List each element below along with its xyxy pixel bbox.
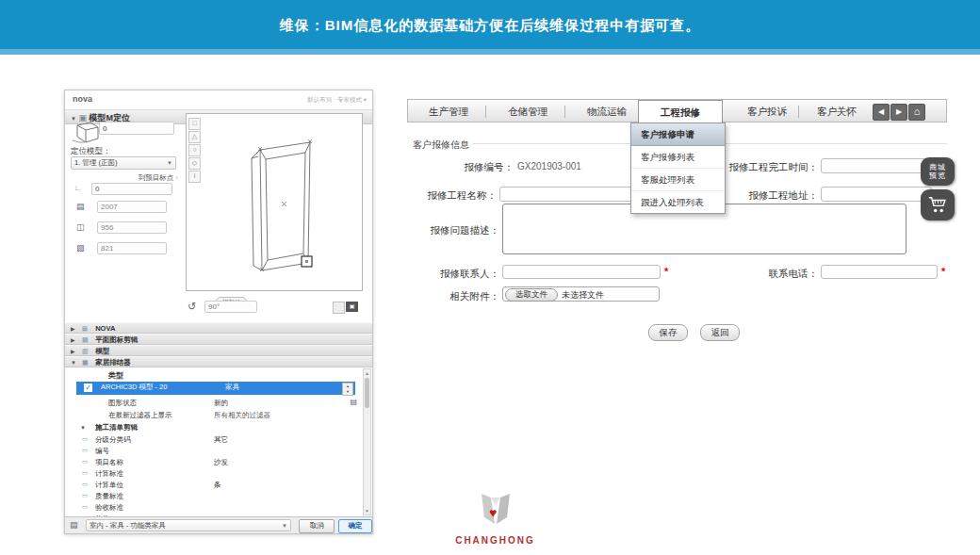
offset-icon: ∟ <box>74 184 82 192</box>
category-dropdown[interactable]: ▼ 室内 - 家具 - 功能类家具 <box>86 519 291 531</box>
property-list: 类型 ✓ ARCHIC3D 模型 - 20 家具 ▲▼ 图形状态 新的 ▤ 在最… <box>65 367 372 516</box>
width-dim-icon: ◫ <box>76 222 85 232</box>
checkbox-checked-icon[interactable]: ✓ <box>84 384 92 392</box>
ok-button[interactable]: 确定 <box>338 519 372 533</box>
anchor-point-link[interactable]: 到预目标点 ▫ <box>99 173 178 183</box>
cart-badge[interactable] <box>921 189 955 220</box>
banner-text: 维保：BIM信息化的数据基础方便在后续维保过程中有据可查。 <box>0 17 980 35</box>
prop-label: 计算标准 <box>95 469 123 479</box>
project-addr-label: 报修工程地址： <box>734 189 818 203</box>
subsection-label: 施工清单剪辑 <box>95 423 138 432</box>
anchor-point-icon: ▫ <box>175 173 178 182</box>
graphic-state-label: 图形状态 <box>108 399 137 408</box>
arrow-right-icon: ▶ <box>896 107 902 116</box>
project-name-label: 报修工程名称： <box>413 189 497 203</box>
contact-label: 报修联系人： <box>416 268 499 281</box>
rotation-input[interactable] <box>99 122 174 135</box>
prop-label: 质量标准 <box>95 492 123 501</box>
subsection-header[interactable]: ▼ 施工清单剪辑 <box>80 423 138 433</box>
nav-home-button[interactable]: ⌂ <box>908 104 925 121</box>
tab-complaints[interactable]: 客户投诉 <box>734 100 800 123</box>
menu-item-repair-list[interactable]: 客户报修列表 <box>631 146 725 169</box>
phone-input[interactable] <box>821 265 938 279</box>
back-button[interactable]: 返回 <box>700 324 740 341</box>
nav-back-button[interactable]: ◀ <box>873 104 890 121</box>
rotate-icon[interactable]: ↺ <box>188 301 196 313</box>
graphic-state-value[interactable]: 新的 <box>214 399 228 408</box>
section-nova-label: NOVA <box>95 324 115 333</box>
prop-value: 沙发 <box>214 458 228 467</box>
depth-dim-input[interactable] <box>97 242 167 254</box>
navigator-icon: ▤ <box>70 520 78 530</box>
nav-forward-button[interactable]: ▶ <box>890 104 907 121</box>
layer-state-icon[interactable]: ▤ <box>350 398 357 406</box>
cart-icon <box>927 194 948 215</box>
arrow-left-icon: ◀ <box>878 107 884 116</box>
offset-input[interactable] <box>91 183 172 195</box>
filter-display-label: 在最新过滤器上显示 <box>108 411 172 420</box>
required-mark: * <box>941 266 945 277</box>
section-model-label: 模型 <box>95 347 109 355</box>
view-option-button[interactable] <box>333 302 345 314</box>
filter-display-value[interactable]: 所有相关的过滤器 <box>214 411 270 420</box>
section-furnishing-label: 家居排结器 <box>95 358 131 367</box>
prop-label: 分级分类码 <box>95 435 131 445</box>
width-dim-input[interactable] <box>97 221 167 234</box>
mall-preview-badge[interactable]: 商城预览 <box>921 157 955 186</box>
menu-item-followup-list[interactable]: 跟进入处理列表 <box>631 191 725 213</box>
tab-logistics[interactable]: 物流运输 <box>574 100 640 123</box>
finish-time-input[interactable] <box>821 158 932 173</box>
heart-icon: ♥ <box>489 505 497 520</box>
depth-dim-icon: ▧ <box>76 243 85 253</box>
save-button[interactable]: 保存 <box>648 324 688 341</box>
section-model[interactable]: ▶ ▥ 模型 <box>65 345 372 356</box>
menu-item-service-list[interactable]: 客服处理列表 <box>631 169 725 191</box>
phone-label: 联系电话： <box>734 268 818 281</box>
section-icon: ⊞ <box>82 323 93 334</box>
choose-file-button[interactable]: 选取文件 <box>505 288 558 302</box>
cad-window-title: nova <box>73 94 92 104</box>
contact-input[interactable] <box>502 265 661 279</box>
section-furnishing[interactable]: ▼ ▦ 家居排结器 <box>65 356 372 367</box>
locate-model-value: 1. 管理 (正面) <box>74 158 117 167</box>
section-icon: ▤ <box>82 335 93 345</box>
selected-model-row[interactable]: ✓ ARCHIC3D 模型 - 20 家具 ▲▼ <box>76 382 355 395</box>
tab-customer-care[interactable]: 客户关怀 <box>804 100 870 123</box>
section-plan-clips-label: 平面图标剪辑 <box>95 335 138 344</box>
selected-model-name: ARCHIC3D 模型 - 20 <box>101 383 167 392</box>
chevron-down-icon: ▼ <box>167 157 172 169</box>
home-icon: ⌂ <box>914 106 921 117</box>
menu-item-repair-request[interactable]: 客户报修申请 <box>631 123 725 146</box>
tab-production[interactable]: 生产管理 <box>416 100 482 123</box>
selected-model-value: 家具 <box>225 383 239 392</box>
locate-model-dropdown[interactable]: ▼ 1. 管理 (正面) <box>71 156 176 170</box>
list-scrollbar[interactable]: ▲▼ <box>363 368 371 515</box>
frame-wireframe <box>187 114 362 290</box>
3d-viewport[interactable]: □ △ ○ ◇ i <box>186 113 363 291</box>
row-spinner[interactable]: ▲▼ <box>342 383 353 396</box>
file-upload-field[interactable]: 选取文件 未选择文件 <box>502 286 660 302</box>
repair-no-value: GX201903-001 <box>517 161 581 171</box>
section-nova[interactable]: ▶ ⊞ NOVA <box>65 322 372 334</box>
section-icon: ▦ <box>82 357 93 367</box>
height-dim-input[interactable] <box>97 201 167 213</box>
cancel-button[interactable]: 取消 <box>299 519 335 533</box>
angle-input[interactable] <box>204 301 257 313</box>
tab-engineering-repair[interactable]: 工程报修 <box>638 100 723 123</box>
expanded-arrow-icon: ▼ <box>80 425 86 431</box>
tab-separator <box>798 106 799 118</box>
tab-warehouse[interactable]: 仓储管理 <box>495 100 561 123</box>
cad-footer-bar: ▤ ▼ 室内 - 家具 - 功能类家具 取消 确定 <box>65 516 372 533</box>
section-icon: ▥ <box>82 346 93 356</box>
file-status-text: 未选择文件 <box>562 289 604 302</box>
project-addr-input[interactable] <box>821 187 932 202</box>
erp-tabbar: 生产管理 仓储管理 物流运输 工程报修 客户投诉 客户关怀 ◀ ▶ ⌂ <box>407 99 947 122</box>
tab-separator <box>485 106 486 118</box>
page: 维保：BIM信息化的数据基础方便在后续维保过程中有据可查。 nova 默认布局 … <box>0 0 980 555</box>
prop-label: 验收标准 <box>95 503 123 513</box>
prop-value: 其它 <box>214 435 228 445</box>
attach-label: 相关附件： <box>416 290 499 303</box>
view-mode-button[interactable]: ▣ <box>346 302 358 312</box>
section-plan-clips[interactable]: ▶ ▤ 平面图标剪辑 <box>65 334 372 345</box>
banner-bottom-strip <box>0 49 980 55</box>
